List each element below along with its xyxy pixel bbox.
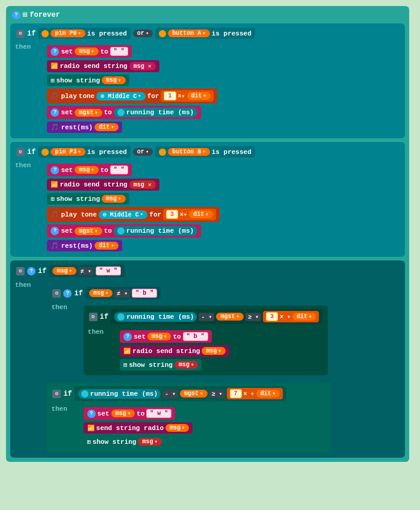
set-msg-block-w[interactable]: ? set msg to " w " — [84, 407, 175, 420]
show-msg-var-w[interactable]: msg — [138, 438, 161, 446]
gear-icon-2[interactable]: ⚙ — [16, 148, 25, 156]
num-7dit[interactable]: 7 — [230, 389, 242, 398]
radio-send-block-w[interactable]: 📶 send string radio msg — [84, 422, 193, 434]
radio-icon-b: 📶 — [123, 348, 131, 355]
multiply-block-1[interactable]: 1 ×▾ dit — [161, 90, 213, 102]
help-set-msg-b[interactable]: ? — [123, 333, 132, 341]
w-value-action[interactable]: " w " — [146, 409, 171, 418]
gte-op-3dit[interactable]: ≥ ▾ — [246, 313, 261, 321]
gear-icon-3[interactable]: ⚙ — [16, 267, 25, 275]
if1-header: ⚙ if pin P0 is pressed or button A is pr… — [13, 26, 403, 41]
rest-dit-1[interactable]: dit — [94, 123, 118, 131]
w-value-3[interactable]: " w " — [96, 266, 121, 275]
msg-nb[interactable]: msg — [89, 289, 113, 297]
running-time-badge-2[interactable]: running time (ms) — [114, 226, 197, 236]
show-string-block-2[interactable]: ⊞ show string msg — [47, 193, 129, 204]
msg-var-w[interactable]: msg — [111, 410, 135, 417]
radio-send-block-b[interactable]: 📶 radio send string msg — [120, 345, 229, 357]
dit-badge-2[interactable]: dit — [189, 210, 212, 218]
radio-send-block-2[interactable]: 📶 radio send string msg ✕ — [47, 179, 159, 191]
help-icon-forever[interactable]: ? — [12, 11, 20, 19]
dit-7dit[interactable]: dit — [256, 390, 280, 398]
mult-3dit[interactable]: 3 × ▾ dit — [263, 311, 319, 322]
mult-7dit[interactable]: 7 × ▾ dit — [227, 388, 283, 399]
help-mgst-1[interactable]: ? — [51, 108, 59, 117]
then-nb-block: ⚙ if running time (ms) - ▾ — [82, 303, 330, 378]
gte-op-7dit[interactable]: ≥ ▾ — [209, 390, 225, 398]
dit-badge-1[interactable]: dit — [187, 92, 211, 100]
msg-radio-var-1[interactable]: msg ✕ — [129, 62, 156, 70]
if2-3dit-header: ⚙ if running time (ms) - ▾ — [85, 307, 327, 326]
show-string-label-w: show string — [93, 438, 137, 446]
show-string-label-b: show string — [129, 361, 173, 369]
msg-var-1[interactable]: msg — [75, 48, 98, 55]
mgst-var-1[interactable]: mgst — [75, 109, 102, 117]
minus-op-3dit[interactable]: - ▾ — [199, 313, 214, 321]
b-value-action[interactable]: " b " — [183, 332, 208, 341]
middle-c-badge-1[interactable]: ⊙ Middle C — [96, 92, 145, 100]
rest-dit-2[interactable]: dit — [94, 242, 118, 250]
rest-block-1[interactable]: 🎵 rest(ms) dit — [47, 121, 122, 133]
help-nb[interactable]: ? — [63, 289, 72, 298]
button-b-badge[interactable]: button B — [168, 148, 209, 156]
rtime-3dit[interactable]: running time (ms) — [114, 312, 197, 322]
msg-var-b[interactable]: msg — [147, 333, 171, 340]
help-mgst-2[interactable]: ? — [51, 227, 59, 235]
neq-op-3[interactable]: ≠ ▾ — [78, 267, 94, 275]
msg-radio-var-w[interactable]: msg — [165, 424, 189, 432]
num-3dit[interactable]: 3 — [266, 312, 278, 321]
multiply-block-2[interactable]: 3 ×▾ dit — [163, 209, 215, 220]
gear-icon-3dit[interactable]: ⚙ — [89, 313, 97, 321]
rtime-7dit[interactable]: running time (ms) — [78, 389, 161, 399]
show-string-block-1[interactable]: ⊞ show string msg — [47, 75, 129, 86]
show-string-block-b[interactable]: ⊞ show string msg — [120, 359, 202, 370]
tone-num-1[interactable]: 1 — [164, 91, 176, 100]
set-mgst-block-1[interactable]: ? set mgst to running time (ms) — [47, 106, 201, 119]
gear-icon-7dit[interactable]: ⚙ — [52, 390, 61, 398]
show-msg-var-1[interactable]: msg — [102, 76, 125, 84]
middle-c-badge-2[interactable]: ⊙ Middle C — [99, 210, 147, 219]
if2-keyword: if — [27, 148, 36, 156]
show-msg-var-2[interactable]: msg — [102, 195, 125, 203]
msg-radio-var-2[interactable]: msg ✕ — [129, 180, 156, 189]
forever-block[interactable]: ? ⊞ forever ⚙ if pin P0 is pressed or bu… — [6, 6, 409, 462]
rest-block-2[interactable]: 🎵 rest(ms) dit — [47, 240, 122, 251]
button-a-badge[interactable]: button A — [168, 29, 209, 37]
msg-radio-var-b[interactable]: msg — [202, 347, 225, 355]
rest-icon-2: 🎵 — [51, 242, 59, 250]
set-msg-block-2[interactable]: ? set msg to " " — [47, 164, 131, 176]
msg-var-2[interactable]: msg — [75, 166, 98, 174]
neq-op-nb[interactable]: ≠ ▾ — [114, 289, 130, 298]
or-badge-1[interactable]: or — [133, 29, 153, 37]
mgst-3dit[interactable]: mgst — [216, 313, 243, 321]
mgst-var-2[interactable]: mgst — [75, 227, 102, 235]
minus-op-7dit[interactable]: - ▾ — [162, 390, 178, 398]
mgst-7dit[interactable]: mgst — [180, 390, 207, 398]
help-set-msg-1[interactable]: ? — [51, 48, 59, 56]
help-set-msg-w[interactable]: ? — [87, 410, 96, 418]
play-tone-block-1[interactable]: 🎵 play tone ⊙ Middle C for 1 ×▾ dit — [47, 88, 217, 103]
gear-icon-1[interactable]: ⚙ — [16, 29, 25, 38]
set-mgst-block-2[interactable]: ? set mgst to running time (ms) — [47, 224, 201, 238]
forever-header[interactable]: ? ⊞ forever — [8, 8, 407, 21]
tone-num-2[interactable]: 3 — [166, 210, 178, 219]
msg-value-1[interactable]: " " — [110, 47, 128, 56]
or-badge-2[interactable]: or — [133, 148, 153, 156]
show-string-block-w[interactable]: ⊞ show string msg — [84, 436, 165, 447]
pin-p0-badge[interactable]: pin P0 — [51, 29, 85, 37]
radio-send-block-1[interactable]: 📶 radio send string msg ✕ — [47, 60, 159, 72]
msg-if3[interactable]: msg — [52, 267, 76, 275]
is-pressed-1: is pressed — [87, 30, 127, 37]
pin-p3-badge[interactable]: pin P3 — [51, 148, 85, 156]
help-if3[interactable]: ? — [27, 267, 36, 275]
set-msg-block-1[interactable]: ? set msg to " " — [47, 45, 131, 58]
dit-3dit[interactable]: dit — [292, 313, 316, 321]
b-value-nb[interactable]: " b " — [132, 289, 157, 298]
msg-value-2[interactable]: " " — [110, 165, 128, 174]
help-set-msg-2[interactable]: ? — [51, 166, 59, 174]
play-tone-block-2[interactable]: 🎵 play tone ⊙ Middle C for 3 ×▾ dit — [47, 207, 219, 222]
set-msg-block-b[interactable]: ? set msg to " b " — [120, 330, 211, 343]
show-msg-var-b[interactable]: msg — [174, 361, 198, 369]
running-time-badge-1[interactable]: running time (ms) — [114, 108, 197, 117]
gear-icon-nb[interactable]: ⚙ — [52, 289, 61, 298]
